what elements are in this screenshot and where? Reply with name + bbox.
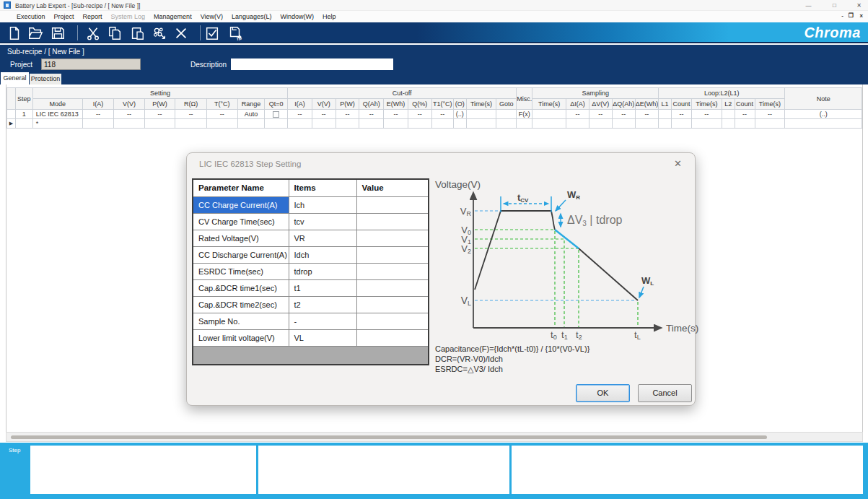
menu-help[interactable]: Help: [323, 13, 336, 20]
param-item-1[interactable]: Ich: [289, 196, 356, 213]
menu-management[interactable]: Management: [154, 13, 192, 20]
param-name-8[interactable]: Sample No.: [193, 313, 289, 329]
grid-cell-s_t-row2[interactable]: [206, 119, 237, 129]
grid-cell-c_qpct-row1[interactable]: --: [408, 110, 431, 119]
col-header-l2_time[interactable]: Time(s): [755, 99, 785, 110]
qt0-checkbox[interactable]: [273, 111, 279, 118]
delete-button[interactable]: [173, 25, 189, 41]
col-header-range[interactable]: Range: [237, 99, 265, 110]
col-header-sm_dv[interactable]: ΔV(V): [589, 99, 612, 110]
grid-cell-c_qah-row2[interactable]: [359, 119, 384, 129]
param-value-1[interactable]: [356, 196, 429, 213]
col-header-mode[interactable]: Mode: [32, 99, 82, 110]
col-header-note[interactable]: Note: [785, 88, 862, 110]
col-header-s_i[interactable]: I(A): [82, 99, 113, 110]
col-header-c_t1[interactable]: T1(°C): [431, 99, 453, 110]
grid-cell-sm_dv-row2[interactable]: [589, 119, 612, 129]
param-name-5[interactable]: ESRDC Time(sec): [193, 263, 289, 279]
grid-cell-qt0-row1[interactable]: [265, 110, 288, 119]
param-value-9[interactable]: [356, 329, 429, 346]
grid-cell-c_t1-row1[interactable]: --: [431, 110, 453, 119]
grid-cell-c_p-row2[interactable]: [336, 119, 359, 129]
col-header-c_qah[interactable]: Q(Ah): [359, 99, 384, 110]
ok-button[interactable]: OK: [576, 384, 630, 402]
menu-window-w[interactable]: Window(W): [281, 13, 315, 20]
grid-cell-s_p-row2[interactable]: [144, 119, 175, 129]
grid-cell-l2_time-row2[interactable]: [755, 119, 785, 129]
param-name-1[interactable]: CC Charge Current(A): [193, 196, 289, 213]
col-header-c_time[interactable]: Time(s): [466, 99, 496, 110]
grid-cell-s_i-row1[interactable]: --: [82, 110, 113, 119]
col-header-l2_count[interactable]: Count: [735, 99, 755, 110]
grid-cell-sm_de-row2[interactable]: [635, 119, 659, 129]
grid-cell-note-row1[interactable]: (..): [785, 110, 862, 119]
grid-cell-s_p-row1[interactable]: --: [144, 110, 175, 119]
grid-cell-qt0-row2[interactable]: [265, 119, 288, 129]
col-header-c_ewh[interactable]: E(Wh): [384, 99, 408, 110]
col-header-sm_de[interactable]: ΔE(Wh): [635, 99, 659, 110]
grid-cell-sm_dv-row1[interactable]: --: [589, 110, 612, 119]
grid-cell-mode-row2[interactable]: *: [32, 119, 82, 129]
grid-cell-s_r-row2[interactable]: [175, 119, 207, 129]
save-ltp-button[interactable]: TP: [227, 25, 243, 41]
col-header-l1_time[interactable]: Time(s): [691, 99, 722, 110]
horizontal-scrollbar[interactable]: [6, 432, 863, 442]
mdi-minimize-button[interactable]: -: [841, 12, 843, 19]
grid-cell-l2-row2[interactable]: [722, 119, 735, 129]
grid-cell-l2_time-row1[interactable]: --: [755, 110, 785, 119]
project-input[interactable]: 118: [41, 58, 141, 70]
grid-cell-range-row1[interactable]: Auto: [237, 110, 265, 119]
menu-report[interactable]: Report: [83, 13, 102, 20]
col-header-l2[interactable]: L2: [722, 99, 735, 110]
grid-cell-c_i-row2[interactable]: [288, 119, 312, 129]
grid-cell-c_time-row1[interactable]: [466, 110, 496, 119]
param-name-3[interactable]: Rated Voltage(V): [193, 230, 289, 246]
grid-cell-sm_time-row1[interactable]: [532, 110, 566, 119]
param-item-6[interactable]: t1: [289, 279, 356, 296]
col-header-c_p[interactable]: P(W): [336, 99, 359, 110]
grid-cell-goto-row1[interactable]: [496, 110, 517, 119]
grid-cell-l1_count-row1[interactable]: --: [672, 110, 692, 119]
grid-cell-mode-row1[interactable]: LIC IEC 62813: [32, 110, 82, 119]
grid-cell-step-row2[interactable]: [15, 119, 32, 129]
grid-cell-c_time-row2[interactable]: [466, 119, 496, 129]
new-file-button[interactable]: [6, 25, 22, 41]
col-header-s_t[interactable]: T(°C): [206, 99, 237, 110]
col-header-c_qpct[interactable]: Q(%): [408, 99, 431, 110]
grid-cell-c_p-row1[interactable]: --: [336, 110, 359, 119]
open-file-button[interactable]: [27, 25, 43, 41]
window-maximize-button[interactable]: □: [830, 1, 839, 10]
col-header-l1[interactable]: L1: [659, 99, 672, 110]
mdi-close-button[interactable]: x: [860, 12, 863, 19]
menu-system-log[interactable]: System Log: [111, 13, 146, 20]
horizontal-scrollbar-thumb[interactable]: [11, 435, 767, 439]
param-item-4[interactable]: Idch: [289, 246, 356, 263]
grid-cell-note-row2[interactable]: [785, 119, 862, 129]
param-name-6[interactable]: Cap.&DCR time1(sec): [193, 279, 289, 296]
col-header-goto[interactable]: Goto: [496, 99, 517, 110]
grid-cell-sm_di-row2[interactable]: [566, 119, 589, 129]
param-item-7[interactable]: t2: [289, 296, 356, 313]
grid-cell-sm_dq-row1[interactable]: --: [612, 110, 635, 119]
grid-cell-l1_time-row2[interactable]: [691, 119, 722, 129]
grid-cell-c_t1-row2[interactable]: [431, 119, 453, 129]
cancel-button[interactable]: Cancel: [638, 384, 692, 402]
tab-general[interactable]: General: [1, 72, 29, 84]
grid-cell-sm_time-row2[interactable]: [532, 119, 566, 129]
validate-button[interactable]: [204, 25, 220, 41]
grid-cell-l1_time-row1[interactable]: --: [691, 110, 722, 119]
grid-cell-c_v-row2[interactable]: [312, 119, 336, 129]
grid-cell-l1-row2[interactable]: [659, 119, 672, 129]
grid-cell-l2-row1[interactable]: [722, 110, 735, 119]
grid-cell-misc-row1[interactable]: F(x): [517, 110, 532, 119]
grid-cell-misc-row2[interactable]: [517, 119, 532, 129]
param-item-2[interactable]: tcv: [289, 213, 356, 230]
param-item-3[interactable]: VR: [289, 230, 356, 246]
col-header-s_v[interactable]: V(V): [114, 99, 145, 110]
col-header-s_p[interactable]: P(W): [144, 99, 175, 110]
grid-cell-s_r-row1[interactable]: --: [175, 110, 207, 119]
col-header-c_i[interactable]: I(A): [288, 99, 312, 110]
menu-project[interactable]: Project: [54, 13, 74, 20]
grid-cell-s_t-row1[interactable]: --: [206, 110, 237, 119]
grid-cell-l1-row1[interactable]: [659, 110, 672, 119]
